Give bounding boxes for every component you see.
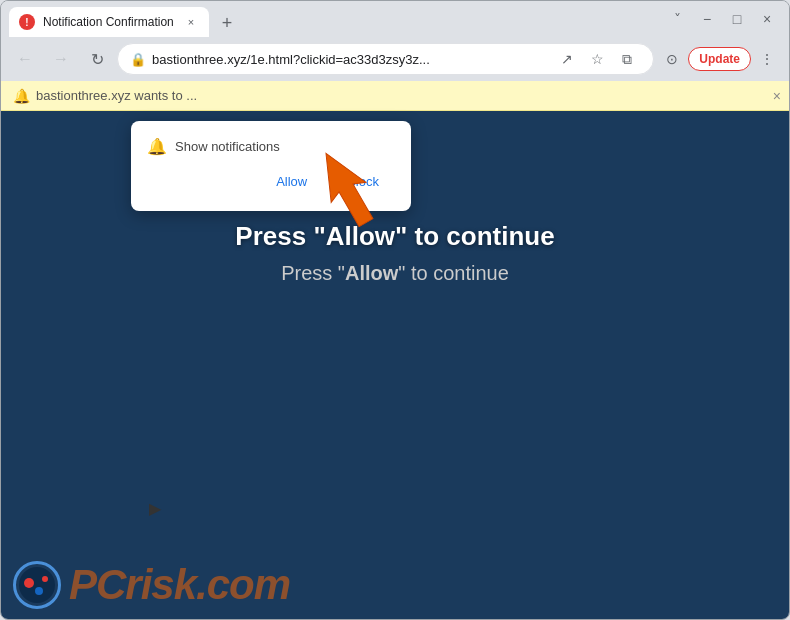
pcrisk-icon (13, 561, 61, 609)
address-actions: ↗ ☆ ⧉ (553, 45, 641, 73)
share-button[interactable]: ↗ (553, 45, 581, 73)
title-bar: ! Notification Confirmation × + ˅ − □ × (1, 1, 789, 37)
extensions-button[interactable]: ⧉ (613, 45, 641, 73)
tab-area: ! Notification Confirmation × + (9, 1, 659, 37)
svg-point-4 (35, 587, 43, 595)
url-text: bastionthree.xyz/1e.html?clickid=ac33d3z… (152, 52, 547, 67)
pcrisk-icon-svg (17, 565, 57, 605)
sub-heading: Press "Allow" to continue (1, 262, 789, 285)
minimize-button[interactable]: − (693, 5, 721, 33)
notification-bar: 🔔 bastionthree.xyz wants to ... × (1, 81, 789, 111)
browser-window: ! Notification Confirmation × + ˅ − □ × … (0, 0, 790, 620)
notif-bar-icon: 🔔 (13, 88, 30, 104)
nav-bar: ← → ↻ 🔒 bastionthree.xyz/1e.html?clickid… (1, 37, 789, 81)
back-button[interactable]: ← (9, 43, 41, 75)
sub-prefix: Press " (281, 262, 345, 284)
update-button[interactable]: Update (688, 47, 751, 71)
popup-bell-icon: 🔔 (147, 137, 167, 156)
forward-button[interactable]: → (45, 43, 77, 75)
pcrisk-text-logo: PCrisk.com (69, 561, 290, 609)
notification-bar-text: bastionthree.xyz wants to ... (36, 88, 197, 103)
pc-text: PC (69, 561, 125, 608)
main-heading: Press "Allow" to continue (1, 221, 789, 252)
page-content: 🔔 bastionthree.xyz wants to ... × 🔔 Show… (1, 81, 789, 619)
tab-title: Notification Confirmation (43, 15, 175, 29)
risk-text: risk.com (125, 561, 290, 608)
page-main-text: Press "Allow" to continue Press "Allow" … (1, 221, 789, 285)
more-button[interactable]: ⋮ (753, 45, 781, 73)
lock-icon: 🔒 (130, 52, 146, 67)
address-bar[interactable]: 🔒 bastionthree.xyz/1e.html?clickid=ac33d… (117, 43, 654, 75)
notification-bar-close[interactable]: × (773, 88, 781, 104)
browser-actions: ⊙ Update ⋮ (658, 45, 781, 73)
svg-point-2 (19, 567, 55, 603)
maximize-button[interactable]: □ (723, 5, 751, 33)
svg-point-5 (42, 576, 48, 582)
pcrisk-logo: PCrisk.com (13, 561, 290, 609)
window-controls: ˅ − □ × (663, 5, 781, 33)
active-tab[interactable]: ! Notification Confirmation × (9, 7, 209, 37)
tab-favicon: ! (19, 14, 35, 30)
popup-site-text: Show notifications (175, 139, 280, 154)
tab-close-button[interactable]: × (183, 14, 199, 30)
chevron-down-icon[interactable]: ˅ (663, 5, 691, 33)
sub-bold: Allow (345, 262, 398, 284)
bookmark-button[interactable]: ☆ (583, 45, 611, 73)
mouse-cursor: ▶ (149, 499, 161, 518)
svg-point-3 (24, 578, 34, 588)
sub-suffix: " to continue (398, 262, 509, 284)
close-window-button[interactable]: × (753, 5, 781, 33)
new-tab-button[interactable]: + (213, 9, 241, 37)
reload-button[interactable]: ↻ (81, 43, 113, 75)
profile-button[interactable]: ⊙ (658, 45, 686, 73)
